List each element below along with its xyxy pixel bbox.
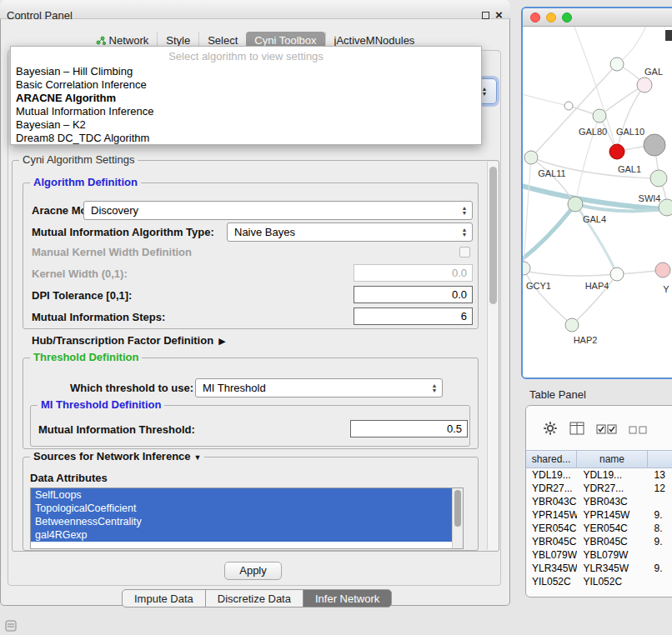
- network-edge[interactable]: [599, 85, 644, 116]
- column-header-extra[interactable]: [647, 450, 672, 468]
- network-node[interactable]: [564, 102, 573, 110]
- network-canvas[interactable]: GALGAL80GAL10GAL11GAL1SWI4GAL4GCY1HAP4HA…: [523, 27, 672, 379]
- table-cell: 9.: [649, 508, 672, 522]
- table-row[interactable]: YBL079WYBL079W: [526, 548, 672, 562]
- network-node[interactable]: [610, 268, 624, 281]
- table-row[interactable]: YLR345WYLR345W9.: [526, 562, 672, 575]
- table-cell: YIL052C: [577, 575, 648, 588]
- docked-panel-icon[interactable]: [5, 620, 17, 635]
- table-row[interactable]: YBR045CYBR045C9.: [526, 535, 672, 548]
- bottom-tab-impute-data[interactable]: Impute Data: [122, 589, 206, 608]
- attributes-scrollbar-thumb[interactable]: [454, 490, 461, 527]
- close-icon[interactable]: ×: [495, 10, 503, 20]
- network-edge[interactable]: [523, 204, 575, 262]
- algorithm-option-dream8-dc-tdc-algorithm[interactable]: Dream8 DC_TDC Algorithm: [11, 132, 481, 145]
- attribute-item-betweennesscentrality[interactable]: BetweennessCentrality: [31, 515, 452, 528]
- network-node[interactable]: [523, 262, 530, 275]
- combo-arrows-icon: ▲▼: [457, 228, 472, 238]
- bottom-tabs: Impute DataDiscretize DataInfer Network: [122, 589, 392, 608]
- table-row[interactable]: YPR145WYPR145W9.: [526, 508, 672, 522]
- table-row[interactable]: YDR27...YDR27...12: [526, 482, 672, 495]
- table-cell: YLR345W: [526, 562, 577, 575]
- algorithm-option-bayesian-hill-climbing[interactable]: Bayesian – Hill Climbing: [11, 65, 481, 78]
- algorithm-option-aracne-algorithm[interactable]: ARACNE Algorithm: [11, 92, 481, 105]
- combo-arrows-icon: ▲▼: [457, 206, 472, 216]
- aracne-mode-combo[interactable]: Discovery ▲▼: [83, 201, 473, 220]
- table-cell: YDR27...: [526, 482, 577, 495]
- network-node[interactable]: [610, 58, 624, 71]
- manual-kernel-label: Manual Kernel Width Definition: [32, 246, 192, 258]
- network-edge[interactable]: [617, 85, 644, 152]
- algorithm-definition-legend: Algorithm Definition: [30, 176, 141, 188]
- table-row[interactable]: YIL052CYIL052C: [526, 575, 672, 588]
- network-edge[interactable]: [523, 93, 569, 106]
- attribute-item-selfloops[interactable]: SelfLoops: [31, 488, 452, 502]
- network-edge[interactable]: [523, 270, 617, 276]
- kernel-width-field[interactable]: 0.0: [354, 264, 473, 282]
- network-node[interactable]: [565, 318, 579, 332]
- mi-type-combo[interactable]: Naive Bayes ▲▼: [227, 222, 473, 242]
- zoom-traffic-light[interactable]: [562, 12, 572, 22]
- network-edge[interactable]: [617, 27, 648, 64]
- attribute-item-gal4rgexp[interactable]: gal4RGexp: [31, 528, 452, 542]
- which-threshold-combo[interactable]: MI Threshold ▲▼: [195, 378, 443, 398]
- network-node[interactable]: [524, 151, 538, 164]
- control-panel-title: Control Panel: [7, 9, 73, 22]
- network-icon: [96, 36, 106, 46]
- mi-type-label: Mutual Information Algorithm Type:: [32, 226, 214, 238]
- bottom-tab-infer-network[interactable]: Infer Network: [303, 589, 392, 608]
- node-label-gal: GAL: [644, 67, 663, 77]
- data-attributes-label: Data Attributes: [30, 472, 108, 484]
- table-cell: YDL19...: [526, 468, 577, 482]
- column-header-shared[interactable]: shared...: [525, 450, 577, 468]
- tab-label: Select: [208, 34, 238, 47]
- hub-section-toggle[interactable]: Hub/Transcription Factor Definition▶: [32, 334, 226, 347]
- table-row[interactable]: YDL19...YDL19...13: [526, 468, 672, 482]
- sources-legend[interactable]: Sources for Network Inference▼: [30, 450, 204, 462]
- table-cell: YER054C: [577, 522, 648, 535]
- network-node[interactable]: [655, 262, 670, 278]
- network-node[interactable]: [650, 170, 667, 187]
- mi-threshold-field[interactable]: 0.5: [350, 420, 468, 438]
- network-node[interactable]: [593, 109, 606, 122]
- network-node[interactable]: [644, 134, 665, 156]
- network-node[interactable]: [637, 78, 652, 92]
- settings-scrollbar-thumb[interactable]: [489, 167, 497, 304]
- column-header-name[interactable]: name: [576, 450, 648, 468]
- close-traffic-light[interactable]: [530, 12, 540, 22]
- dpi-tolerance-field[interactable]: 0.0: [354, 286, 473, 303]
- mi-threshold-label: Mutual Information Threshold:: [38, 423, 195, 436]
- table-row[interactable]: YBR043CYBR043C: [526, 495, 672, 508]
- algorithm-option-mutual-information-inference[interactable]: Mutual Information Inference: [11, 105, 481, 118]
- node-label-gal1: GAL1: [618, 164, 641, 174]
- network-edge[interactable]: [524, 268, 572, 325]
- columns-icon[interactable]: [569, 422, 584, 438]
- algorithm-option-bayesian-k2[interactable]: Bayesian – K2: [11, 118, 481, 132]
- settings-scrollbar[interactable]: [487, 162, 498, 550]
- network-node[interactable]: [609, 144, 624, 159]
- table-row[interactable]: YER054CYER054C8.: [526, 522, 672, 535]
- mi-steps-field[interactable]: 6: [354, 308, 473, 325]
- table-cell: 8.: [649, 522, 672, 535]
- table-cell: [649, 575, 672, 588]
- apply-button[interactable]: Apply: [224, 562, 282, 580]
- network-node[interactable]: [568, 197, 583, 212]
- gear-icon[interactable]: [543, 421, 558, 439]
- deselect-all-boxes-icon[interactable]: [629, 422, 647, 438]
- bottom-tab-discretize-data[interactable]: Discretize Data: [205, 589, 303, 608]
- algorithm-option-basic-correlation-inference[interactable]: Basic Correlation Inference: [11, 78, 481, 92]
- control-panel-titlebar[interactable]: Control Panel ×: [0, 0, 510, 19]
- network-view-window: GALGAL80GAL10GAL11GAL1SWI4GAL4GCY1HAP4HA…: [521, 7, 672, 379]
- aracne-mode-value: Discovery: [84, 204, 457, 217]
- manual-kernel-checkbox[interactable]: [459, 247, 470, 258]
- select-all-checks-icon[interactable]: [596, 422, 617, 438]
- attribute-item-topologicalcoefficient[interactable]: TopologicalCoefficient: [31, 502, 452, 515]
- float-window-icon[interactable]: [482, 12, 489, 19]
- node-label-hap2: HAP2: [574, 335, 598, 345]
- network-window-titlebar[interactable]: [523, 8, 672, 27]
- cyni-algorithm-settings-legend: Cyni Algorithm Settings: [19, 153, 138, 166]
- node-label-gal4: GAL4: [583, 214, 606, 224]
- attributes-scrollbar[interactable]: [452, 488, 463, 548]
- minimize-traffic-light[interactable]: [546, 12, 556, 22]
- hub-section-label: Hub/Transcription Factor Definition: [32, 334, 213, 347]
